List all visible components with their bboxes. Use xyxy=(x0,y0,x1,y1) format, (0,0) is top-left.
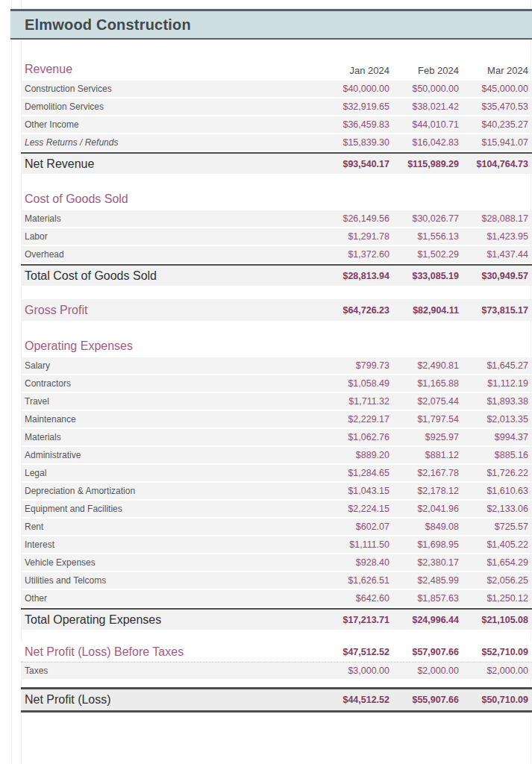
cell-mar: $1,437.44 xyxy=(459,249,528,260)
cell-jan: $1,043.15 xyxy=(319,486,389,496)
cell-jan: $1,111.50 xyxy=(319,539,389,550)
cell-feb: $2,041.96 xyxy=(389,504,459,514)
cell-jan: $40,000.00 xyxy=(319,84,389,94)
row-label: Total Operating Expenses xyxy=(21,613,319,627)
table-row-rent: Rent $602.07 $849.08 $725.57 xyxy=(21,519,532,535)
cell-feb: $2,490.81 xyxy=(389,360,459,371)
table-row-contractors: Contractors $1,058.49 $1,165.88 $1,112.1… xyxy=(21,375,532,392)
cell-mar: $1,423.95 xyxy=(459,231,528,242)
table-row-materials: Materials $26,149.56 $30,026.77 $28,088.… xyxy=(21,210,532,227)
cell-jan: $2,229.17 xyxy=(319,414,389,425)
cell-jan: $17,213.71 xyxy=(319,615,389,625)
cell-jan: $602.07 xyxy=(319,522,389,532)
cell-jan: $889.20 xyxy=(319,450,389,460)
table-row-maintenance: Maintenance $2,229.17 $1,797.54 $2,013.3… xyxy=(21,411,532,428)
cell-mar: $2,056.25 xyxy=(459,575,528,586)
cell-mar: $1,893.38 xyxy=(459,396,528,407)
cell-feb: $925.97 xyxy=(389,432,459,442)
cell-jan: $26,149.56 xyxy=(319,213,389,224)
cell-jan: $47,512.52 xyxy=(319,647,389,657)
table-row-interest: Interest $1,111.50 $1,698.95 $1,405.22 xyxy=(21,536,532,553)
cell-feb: $44,010.71 xyxy=(389,119,459,130)
row-label: Salary xyxy=(21,360,319,371)
cell-feb: $2,178.12 xyxy=(389,486,459,496)
section-header-opex: Operating Expenses xyxy=(21,333,532,355)
cell-jan: $1,058.49 xyxy=(319,378,389,389)
cell-jan: $1,062.76 xyxy=(319,432,389,442)
row-label: Materials xyxy=(21,432,319,442)
row-label: Net Profit (Loss) xyxy=(21,693,319,707)
cell-feb: $1,502.29 xyxy=(389,249,459,260)
cell-jan: $1,291.78 xyxy=(319,231,389,242)
cell-jan: $44,512.52 xyxy=(319,695,389,705)
cell-feb: $30,026.77 xyxy=(389,213,459,224)
cell-feb: $2,075.44 xyxy=(389,396,459,407)
row-label: Overhead xyxy=(21,249,319,260)
cell-feb: $1,165.88 xyxy=(389,378,459,389)
cell-jan: $93,540.17 xyxy=(319,159,389,169)
cell-jan: $928.40 xyxy=(319,557,389,568)
table-row-demolition-services: Demolition Services $32,919.65 $38,021.4… xyxy=(21,98,532,115)
cell-jan: $36,459.83 xyxy=(319,119,389,130)
cell-jan: $3,000.00 xyxy=(319,666,389,676)
cell-feb: $2,380.17 xyxy=(389,557,459,568)
cell-mar: $28,088.17 xyxy=(459,213,528,224)
report-body: Revenue Jan 2024 Feb 2024 Mar 2024 Const… xyxy=(21,40,532,713)
section-header-cogs: Cost of Goods Sold xyxy=(21,186,532,208)
table-row-depreciation-amortization: Depreciation & Amortization $1,043.15 $2… xyxy=(21,483,532,499)
cell-mar: $35,470.53 xyxy=(459,101,528,112)
cell-jan: $1,284.65 xyxy=(319,468,389,478)
column-header-feb: Feb 2024 xyxy=(389,65,459,76)
net-profit-before-taxes-row: Net Profit (Loss) Before Taxes $47,512.5… xyxy=(21,642,532,663)
table-row-administrative: Administrative $889.20 $881.12 $885.16 xyxy=(21,447,532,463)
cell-mar: $45,000.00 xyxy=(459,84,528,94)
column-header-jan: Jan 2024 xyxy=(319,65,389,76)
section-title-cogs: Cost of Goods Sold xyxy=(21,192,319,206)
table-row-travel: Travel $1,711.32 $2,075.44 $1,893.38 xyxy=(21,393,532,410)
cell-feb: $2,167.78 xyxy=(389,468,459,478)
row-label: Gross Profit xyxy=(21,304,319,317)
table-row-construction-services: Construction Services $40,000.00 $50,000… xyxy=(21,81,532,97)
cell-jan: $28,813.94 xyxy=(319,271,389,281)
cell-mar: $885.16 xyxy=(459,450,528,460)
cell-feb: $50,000.00 xyxy=(389,84,459,94)
row-label: Other Income xyxy=(21,119,319,130)
row-label: Less Returns / Refunds xyxy=(21,137,319,148)
table-row-utilities-telcoms: Utilities and Telcoms $1,626.51 $2,485.9… xyxy=(21,572,532,589)
cell-jan: $1,626.51 xyxy=(319,575,389,586)
cell-feb: $33,085.19 xyxy=(389,271,459,281)
cell-mar: $2,013.35 xyxy=(459,414,528,425)
cell-feb: $24,996.44 xyxy=(389,615,459,625)
table-row-salary: Salary $799.73 $2,490.81 $1,645.27 xyxy=(21,357,532,374)
cell-mar: $1,654.29 xyxy=(459,557,528,568)
cell-feb: $38,021.42 xyxy=(389,101,459,112)
row-label: Administrative xyxy=(21,450,319,460)
row-label: Construction Services xyxy=(21,84,319,94)
cell-mar: $30,949.57 xyxy=(459,271,528,281)
sheet-gridline-left xyxy=(11,0,12,764)
table-row-other: Other $642.60 $1,857.63 $1,250.12 xyxy=(21,590,532,607)
cell-mar: $73,815.17 xyxy=(459,305,528,316)
cell-mar: $21,105.08 xyxy=(459,615,528,625)
table-row-less-returns-refunds: Less Returns / Refunds $15,839.30 $16,04… xyxy=(21,134,532,151)
cell-mar: $1,405.22 xyxy=(459,539,528,550)
row-label: Depreciation & Amortization xyxy=(21,486,319,496)
section-title-opex: Operating Expenses xyxy=(21,339,319,353)
row-label: Contractors xyxy=(21,378,319,389)
table-row-other-income: Other Income $36,459.83 $44,010.71 $40,2… xyxy=(21,116,532,133)
row-label: Vehicle Expenses xyxy=(21,557,319,568)
cell-mar: $1,250.12 xyxy=(459,593,528,604)
row-label: Maintenance xyxy=(21,414,319,425)
cell-feb: $16,042.83 xyxy=(389,137,459,148)
row-label: Net Profit (Loss) Before Taxes xyxy=(21,645,319,659)
cell-jan: $799.73 xyxy=(319,360,389,371)
row-label: Total Cost of Goods Sold xyxy=(21,269,319,283)
row-label: Legal xyxy=(21,468,319,478)
net-profit-row: Net Profit (Loss) $44,512.52 $55,907.66 … xyxy=(21,687,532,713)
cell-mar: $1,726.22 xyxy=(459,468,528,478)
table-row-overhead: Overhead $1,372.60 $1,502.29 $1,437.44 xyxy=(21,246,532,263)
cell-feb: $55,907.66 xyxy=(389,695,459,705)
cell-mar: $104,764.73 xyxy=(459,159,528,169)
cell-feb: $1,556.13 xyxy=(389,231,459,242)
table-row-materials-opex: Materials $1,062.76 $925.97 $994.37 xyxy=(21,429,532,445)
